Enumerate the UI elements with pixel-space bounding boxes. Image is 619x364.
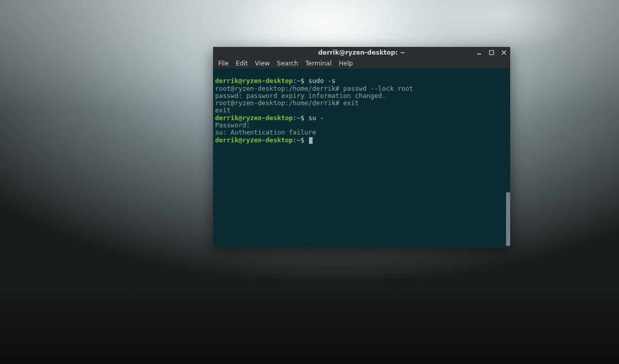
menu-help[interactable]: Help <box>336 59 356 68</box>
command-2: su - <box>304 114 324 122</box>
output-line: root@ryzen-desktop:/home/derrik# exit <box>215 99 359 107</box>
prompt-sep: : <box>293 114 297 122</box>
prompt-dollar: $ <box>301 114 305 122</box>
prompt-user: derrik@ryzen-desktop <box>215 136 293 144</box>
menu-edit[interactable]: Edit <box>233 59 251 68</box>
menu-view[interactable]: View <box>252 59 272 68</box>
prompt-user: derrik@ryzen-desktop <box>215 77 293 85</box>
prompt-user: derrik@ryzen-desktop <box>215 114 293 122</box>
terminal-scrollbar[interactable] <box>506 192 510 246</box>
svg-rect-0 <box>477 54 481 55</box>
svg-rect-1 <box>490 51 494 55</box>
prompt-path: ~ <box>297 136 301 144</box>
terminal-window: derrik@ryzen-desktop: ~ File Edit View S… <box>213 47 510 247</box>
terminal-cursor <box>309 137 313 144</box>
menu-terminal[interactable]: Terminal <box>302 59 335 68</box>
output-line: passwd: password expiry information chan… <box>215 92 386 100</box>
prompt-sep: : <box>293 77 297 85</box>
menu-bar: File Edit View Search Terminal Help <box>213 58 510 69</box>
output-line: exit <box>215 106 231 114</box>
menu-search[interactable]: Search <box>274 59 301 68</box>
output-line: su: Authentication failure <box>215 128 316 136</box>
menu-file[interactable]: File <box>215 59 232 68</box>
close-button[interactable] <box>500 48 508 57</box>
prompt-sep: : <box>293 136 297 144</box>
command-1: sudo -s <box>304 77 335 85</box>
prompt-path: ~ <box>297 77 301 85</box>
window-controls <box>475 47 508 58</box>
terminal-output[interactable]: derrik@ryzen-desktop:~$ sudo -s root@ryz… <box>213 69 510 247</box>
output-line: root@ryzen-desktop:/home/derrik# passwd … <box>215 85 413 92</box>
maximize-button[interactable] <box>487 48 496 57</box>
window-titlebar[interactable]: derrik@ryzen-desktop: ~ <box>213 47 510 58</box>
prompt-path: ~ <box>297 114 301 122</box>
prompt-dollar: $ <box>301 77 305 85</box>
minimize-button[interactable] <box>475 48 483 57</box>
output-line: Password: <box>215 121 250 129</box>
prompt-dollar: $ <box>301 136 305 144</box>
window-title: derrik@ryzen-desktop: ~ <box>213 49 510 56</box>
